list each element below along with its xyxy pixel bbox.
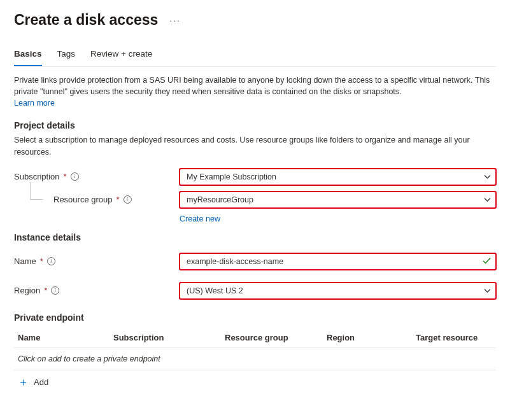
required-asterisk: * — [44, 286, 47, 295]
tab-basics[interactable]: Basics — [14, 44, 42, 66]
field-name: Name * i — [14, 253, 496, 270]
subscription-dropdown[interactable] — [180, 169, 496, 185]
create-new-link[interactable]: Create new — [180, 214, 220, 223]
required-asterisk: * — [64, 172, 67, 181]
intro-body: Private links provide protection from a … — [14, 76, 490, 96]
section-private-endpoint-title: Private endpoint — [14, 312, 496, 323]
field-subscription: Subscription * i — [14, 168, 496, 186]
table-header-row: Name Subscription Resource group Region … — [14, 326, 496, 348]
tab-review-create[interactable]: Review + create — [90, 44, 152, 66]
required-asterisk: * — [40, 256, 43, 266]
th-region: Region — [327, 333, 416, 342]
subscription-label: Subscription * i — [14, 172, 180, 181]
more-actions-button[interactable]: ··· — [167, 13, 183, 28]
resource-group-dropdown[interactable] — [180, 192, 496, 208]
info-icon[interactable]: i — [51, 286, 59, 295]
plus-icon: ＋ — [18, 377, 29, 388]
region-dropdown[interactable] — [180, 283, 496, 299]
info-icon[interactable]: i — [47, 257, 55, 265]
page-title: Create a disk access — [14, 11, 158, 29]
info-icon[interactable]: i — [124, 195, 132, 204]
tree-connector — [30, 182, 43, 200]
tab-tags[interactable]: Tags — [57, 44, 76, 66]
th-target-resource: Target resource — [416, 333, 492, 342]
resource-group-label-text: Resource group — [53, 195, 113, 204]
field-resource-group: Resource group * i — [14, 191, 496, 209]
add-private-endpoint-button[interactable]: ＋ Add — [14, 370, 496, 394]
required-asterisk: * — [117, 195, 120, 204]
name-label: Name * i — [14, 256, 180, 266]
th-resource-group: Resource group — [225, 333, 327, 342]
th-subscription: Subscription — [113, 333, 225, 342]
tabs: Basics Tags Review + create — [14, 44, 496, 67]
page-header: Create a disk access ··· — [14, 11, 496, 29]
name-input[interactable] — [180, 253, 496, 270]
region-label: Region * i — [14, 286, 180, 295]
region-label-text: Region — [14, 286, 40, 295]
section-instance-details-title: Instance details — [14, 232, 496, 242]
add-label: Add — [34, 377, 48, 387]
learn-more-link[interactable]: Learn more — [14, 99, 55, 108]
th-name: Name — [18, 333, 113, 342]
section-project-details-title: Project details — [14, 120, 496, 130]
subscription-label-text: Subscription — [14, 172, 60, 181]
field-region: Region * i — [14, 282, 496, 300]
intro-text: Private links provide protection from a … — [14, 74, 496, 109]
info-icon[interactable]: i — [71, 172, 79, 181]
section-project-details-desc: Select a subscription to manage deployed… — [14, 134, 496, 157]
table-empty-row: Click on add to create a private endpoin… — [14, 348, 496, 370]
name-label-text: Name — [14, 256, 36, 266]
